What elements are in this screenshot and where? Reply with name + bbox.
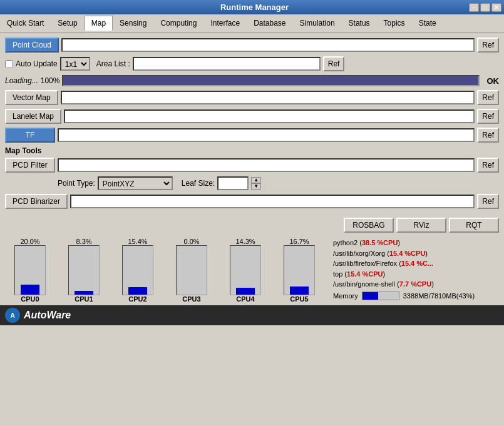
tf-button[interactable]: TF [5,128,55,143]
pcd-binarizer-input[interactable] [70,195,475,208]
auto-update-row: Auto Update 1x1 3x3 Area List : None Ref [5,56,499,71]
maximize-button[interactable]: □ [480,3,490,12]
autoware-bar: A AutoWare [0,305,504,325]
menu-computing[interactable]: Computing [153,16,203,31]
rqt-button[interactable]: RQT [449,218,499,233]
cpu2-fill [128,287,147,295]
progress-bar-fill [63,76,478,85]
point-type-select[interactable]: PointXYZ PointXYZI PointXYZRGB [98,176,173,190]
cpu3-bar [176,245,207,295]
main-content: Point Cloud -00868.pcd,/home/cg/.autowar… [0,33,504,218]
cpu-pct-2: 15.4 %CPU [389,250,425,257]
memory-bar [362,292,399,300]
cpu2-col: 15.4% CPU2 [113,238,163,303]
close-button[interactable]: ✕ [491,3,501,12]
point-type-row: Point Type: PointXYZ PointXYZI PointXYZR… [5,176,499,190]
vector-map-button[interactable]: Vector Map [5,90,58,105]
rviz-button[interactable]: RViz [396,218,446,233]
lanelet-map-input[interactable] [64,109,475,123]
title-bar: Runtime Manager ─ □ ✕ [0,0,504,14]
menu-status[interactable]: Status [342,16,377,31]
area-list-ref-button[interactable]: Ref [323,56,345,71]
sys-line1: python2 (38.5 %CPU) [333,238,500,248]
auto-update-label: Auto Update [5,59,58,68]
menu-bar: Quick Start Setup Map Sensing Computing … [0,14,504,33]
lanelet-map-row: Lanelet Map Ref [5,109,499,124]
cpu0-fill [21,285,39,295]
menu-interface[interactable]: Interface [203,16,247,31]
area-list-input[interactable]: None [133,57,321,71]
cpu4-pct: 14.3% [235,238,255,245]
tf-input[interactable]: /home/cg/.autoware/data/tf/tf.launch [58,128,475,142]
loading-label: Loading... [5,76,38,85]
menu-sensing[interactable]: Sensing [113,16,153,31]
lanelet-map-button[interactable]: Lanelet Map [5,109,61,124]
leaf-size-spinner[interactable]: ▲ ▼ [251,177,261,190]
autoware-brand: AutoWare [24,310,71,321]
cpu-bars-section: 20.0% CPU0 8.3% CPU1 15.4% CPU2 0.0% [0,235,329,305]
cpu4-col: 14.3% CPU4 [220,238,270,303]
menu-quickstart[interactable]: Quick Start [0,16,51,31]
point-cloud-input[interactable]: -00868.pcd,/home/cg/.autoware/data/map/p… [61,38,475,52]
cpu4-bar [230,245,261,295]
grid-select[interactable]: 1x1 3x3 [60,57,90,71]
pcd-filter-input[interactable] [58,158,475,172]
leaf-size-up[interactable]: ▲ [251,177,261,183]
cpu4-fill [236,288,255,295]
autoware-logo: A [5,308,20,323]
cpu0-label: CPU0 [21,295,39,303]
rosbag-button[interactable]: ROSBAG [344,218,394,233]
vector-map-row: Vector Map Ref [5,90,499,105]
pcd-binarizer-ref-button[interactable]: Ref [477,194,499,209]
memory-row: Memory 3388MB/7810MB(43%) [333,291,500,302]
menu-state[interactable]: State [412,16,443,31]
point-type-label: Point Type: [58,179,95,188]
menu-simulation[interactable]: Simulation [293,16,342,31]
progress-bar-container [62,75,479,86]
auto-update-checkbox[interactable] [5,60,13,68]
sys-line4: top (15.4 %CPU) [333,269,500,280]
vector-map-ref-button[interactable]: Ref [477,90,499,105]
cpu3-pct: 0.0% [183,238,199,245]
cpu2-label: CPU2 [128,295,147,303]
cpu0-bar [14,245,46,295]
leaf-size-down[interactable]: ▼ [251,183,261,190]
memory-bar-fill [363,292,378,300]
progress-row: Loading... 100% OK [5,75,499,86]
bottom-section: 20.0% CPU0 8.3% CPU1 15.4% CPU2 0.0% [0,235,504,305]
cpu1-label: CPU1 [75,295,93,303]
map-tools-label: Map Tools [5,146,499,155]
cpu3-col: 0.0% CPU3 [167,238,217,303]
point-cloud-button[interactable]: Point Cloud [5,38,59,53]
progress-percent: 100% [41,76,60,85]
pcd-binarizer-row: PCD Binarizer Ref [5,194,499,209]
action-buttons-row: ROSBAG RViz RQT [0,218,499,233]
menu-topics[interactable]: Topics [377,16,412,31]
cpu-pct-1: 38.5 %CPU [362,239,398,246]
window-title: Runtime Manager [40,3,469,12]
minimize-button[interactable]: ─ [469,3,479,12]
leaf-size-input[interactable]: 0.2 [217,176,249,190]
cpu2-pct: 15.4% [128,238,147,245]
pcd-filter-button[interactable]: PCD Filter [5,158,55,173]
cpu3-label: CPU3 [182,295,200,303]
memory-value: 3388MB/7810MB(43%) [403,291,475,302]
leaf-size-label: Leaf Size: [182,179,215,188]
cpu0-col: 20.0% CPU0 [5,238,55,303]
progress-status: OK [487,76,500,86]
cpu1-fill [75,291,93,295]
menu-database[interactable]: Database [247,16,292,31]
cpu5-col: 16.7% CPU5 [274,238,324,303]
vector-map-input[interactable] [61,91,475,104]
tf-ref-button[interactable]: Ref [477,128,499,143]
pcd-filter-ref-button[interactable]: Ref [477,158,499,173]
pcd-binarizer-button[interactable]: PCD Binarizer [5,194,68,209]
lanelet-map-ref-button[interactable]: Ref [477,109,499,124]
point-cloud-ref-button[interactable]: Ref [477,38,499,53]
pcd-filter-row: PCD Filter Ref [5,158,499,173]
tf-row: TF /home/cg/.autoware/data/tf/tf.launch … [5,128,499,143]
cpu1-bar [68,245,100,295]
menu-setup[interactable]: Setup [51,16,84,31]
menu-map[interactable]: Map [85,16,113,31]
cpu1-pct: 8.3% [76,238,91,245]
